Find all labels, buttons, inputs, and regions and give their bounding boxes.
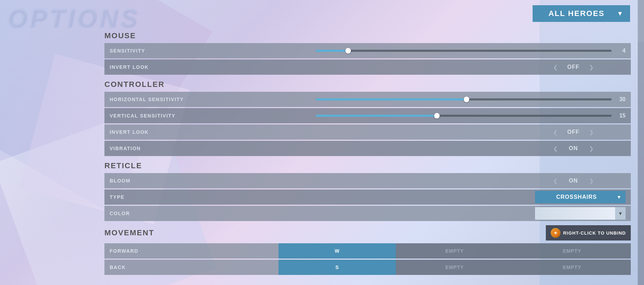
label-type: TYPE	[110, 194, 535, 200]
toggle-right-arrow-vibration[interactable]: ❯	[589, 145, 594, 152]
section-reticle: RETICLE	[104, 161, 631, 170]
label-mouse-invert: INVERT LOOK	[110, 64, 521, 70]
section-movement: MOVEMENT	[104, 228, 154, 237]
page-title: OPTIONS	[7, 3, 139, 32]
scrollbar[interactable]	[638, 0, 644, 285]
row-bloom: BLOOM ❮ ON ❯	[104, 173, 631, 188]
slider-value-sensitivity: 4	[615, 48, 626, 54]
toggle-left-arrow-bloom[interactable]: ❮	[553, 178, 558, 184]
label-color: COLOR	[110, 211, 535, 216]
svg-rect-2	[555, 231, 556, 234]
row-vibration: VIBRATION ❮ ON ❯	[104, 141, 631, 156]
unbind-text: RIGHT-CLICK TO UNBIND	[563, 230, 626, 236]
hero-selector-container: ALL HEROES ▼	[533, 5, 630, 22]
hero-dropdown-label: ALL HEROES	[540, 9, 613, 18]
section-mouse: MOUSE	[104, 31, 631, 40]
movement-header: MOVEMENT RIGHT-CLICK TO UNBIND	[104, 225, 631, 241]
toggle-left-arrow-ctrl-invert[interactable]: ❮	[553, 129, 558, 136]
row-vert-sensitivity: VERTICAL SENSITIVITY 15	[104, 108, 631, 123]
toggle-value-vibration: ON	[563, 145, 584, 152]
label-bloom: BLOOM	[110, 178, 521, 184]
keybind-slot-forward-3[interactable]: EMPTY	[513, 243, 631, 259]
keybind-slot-forward-2[interactable]: EMPTY	[396, 243, 513, 259]
slider-vert-sensitivity[interactable]: 15	[312, 113, 626, 119]
keybind-row-back: BACK S EMPTY EMPTY	[104, 260, 631, 275]
color-picker[interactable]: ▼	[535, 207, 626, 220]
slider-fill-vert	[316, 115, 434, 117]
keybind-label-forward: FORWARD	[104, 248, 278, 254]
toggle-right-arrow-bloom[interactable]: ❯	[589, 178, 594, 184]
label-vibration: VIBRATION	[110, 146, 521, 151]
label-ctrl-invert: INVERT LOOK	[110, 129, 521, 135]
row-color: COLOR ▼	[104, 206, 631, 221]
row-ctrl-invert: INVERT LOOK ❮ OFF ❯	[104, 124, 631, 140]
row-type: TYPE CROSSHAIRS ▼	[104, 189, 631, 205]
slider-track-horiz[interactable]	[316, 98, 612, 100]
toggle-left-arrow-mouse-invert[interactable]: ❮	[553, 64, 558, 71]
toggle-bloom[interactable]: ❮ ON ❯	[521, 178, 626, 184]
slider-fill-sensitivity	[316, 50, 345, 52]
color-swatch	[535, 207, 615, 220]
slider-value-vert: 15	[615, 113, 626, 119]
controller-svg-icon	[552, 230, 559, 236]
scrollbar-thumb[interactable]	[638, 0, 644, 42]
color-picker-arrow-icon[interactable]: ▼	[615, 207, 626, 220]
toggle-value-mouse-invert: OFF	[563, 64, 584, 70]
unbind-icon	[551, 228, 560, 238]
row-mouse-invert: INVERT LOOK ❮ OFF ❯	[104, 59, 631, 75]
slider-thumb-horiz[interactable]	[464, 97, 469, 102]
keybind-slot-forward-1[interactable]: W	[278, 243, 396, 259]
keybind-slot-back-3[interactable]: EMPTY	[513, 260, 631, 275]
toggle-mouse-invert[interactable]: ❮ OFF ❯	[521, 64, 626, 71]
label-horiz-sensitivity: HORIZONTAL SENSITIVITY	[110, 97, 312, 102]
toggle-right-arrow-mouse-invert[interactable]: ❯	[589, 64, 594, 71]
slider-thumb-vert[interactable]	[434, 113, 440, 119]
row-horiz-sensitivity: HORIZONTAL SENSITIVITY 30	[104, 92, 631, 107]
keybind-row-forward: FORWARD W EMPTY EMPTY	[104, 243, 631, 259]
type-dropdown-arrow-icon: ▼	[616, 194, 621, 200]
slider-horiz-sensitivity[interactable]: 30	[312, 96, 626, 103]
unbind-button[interactable]: RIGHT-CLICK TO UNBIND	[546, 225, 631, 241]
toggle-vibration[interactable]: ❮ ON ❯	[521, 145, 626, 152]
content-area: MOUSE SENSITIVITY 4 INVERT LOOK ❮ OFF ❯ …	[97, 26, 638, 285]
slider-fill-horiz	[316, 98, 464, 100]
keybind-slot-back-2[interactable]: EMPTY	[396, 260, 513, 275]
keybind-slot-back-1[interactable]: S	[278, 260, 396, 275]
toggle-right-arrow-ctrl-invert[interactable]: ❯	[589, 129, 594, 136]
type-dropdown[interactable]: CROSSHAIRS ▼	[535, 191, 626, 203]
slider-track-vert[interactable]	[316, 115, 612, 117]
toggle-left-arrow-vibration[interactable]: ❮	[553, 145, 558, 152]
keybind-label-back: BACK	[104, 264, 278, 270]
slider-track-sensitivity[interactable]	[316, 50, 612, 52]
label-vert-sensitivity: VERTICAL SENSITIVITY	[110, 113, 312, 119]
slider-sensitivity[interactable]: 4	[312, 48, 626, 54]
toggle-value-ctrl-invert: OFF	[563, 129, 584, 135]
section-controller: CONTROLLER	[104, 80, 631, 89]
hero-dropdown[interactable]: ALL HEROES ▼	[533, 5, 630, 22]
row-sensitivity: SENSITIVITY 4	[104, 43, 631, 58]
slider-thumb-sensitivity[interactable]	[345, 48, 351, 54]
hero-dropdown-arrow-icon: ▼	[617, 10, 623, 17]
slider-value-horiz: 30	[615, 96, 626, 103]
type-dropdown-label: CROSSHAIRS	[539, 194, 614, 200]
toggle-ctrl-invert[interactable]: ❮ OFF ❯	[521, 129, 626, 136]
toggle-value-bloom: ON	[563, 178, 584, 184]
label-sensitivity: SENSITIVITY	[110, 48, 312, 54]
